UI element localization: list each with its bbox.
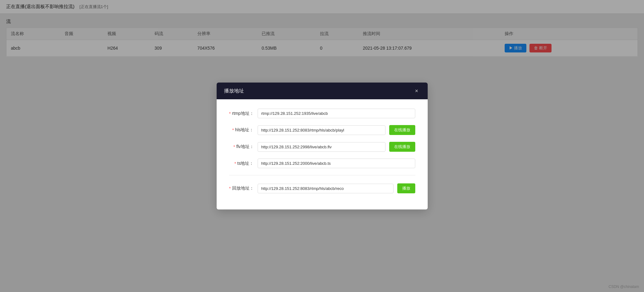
hls-label: hls地址：	[229, 127, 254, 133]
flv-online-play-button[interactable]: 在线播放	[389, 142, 415, 152]
replay-play-button[interactable]: 播放	[397, 183, 415, 193]
replay-row: 回放地址： 播放	[229, 183, 415, 193]
dialog-body: rtmp地址： hls地址： 在线播放 flv地址： 在线播放	[217, 99, 428, 209]
play-address-dialog: 播放地址 × rtmp地址： hls地址： 在线播放	[217, 83, 428, 209]
rtmp-row: rtmp地址：	[229, 109, 415, 118]
hls-online-play-button[interactable]: 在线播放	[389, 125, 415, 135]
ts-label: ts地址：	[229, 161, 254, 166]
rtmp-input[interactable]	[258, 109, 415, 118]
flv-label: flv地址：	[229, 144, 254, 150]
modal-overlay[interactable]: 播放地址 × rtmp地址： hls地址： 在线播放	[0, 0, 644, 292]
replay-input[interactable]	[258, 184, 394, 193]
flv-row: flv地址： 在线播放	[229, 142, 415, 152]
dialog-header: 播放地址 ×	[217, 83, 428, 99]
hls-input[interactable]	[258, 125, 385, 135]
dialog-divider	[229, 175, 415, 175]
hls-row: hls地址： 在线播放	[229, 125, 415, 135]
dialog-close-button[interactable]: ×	[413, 88, 420, 94]
replay-label: 回放地址：	[229, 186, 254, 191]
ts-input[interactable]	[258, 159, 415, 168]
ts-row: ts地址：	[229, 159, 415, 168]
rtmp-label: rtmp地址：	[229, 111, 254, 116]
flv-input[interactable]	[258, 142, 385, 152]
dialog-title: 播放地址	[224, 88, 244, 94]
